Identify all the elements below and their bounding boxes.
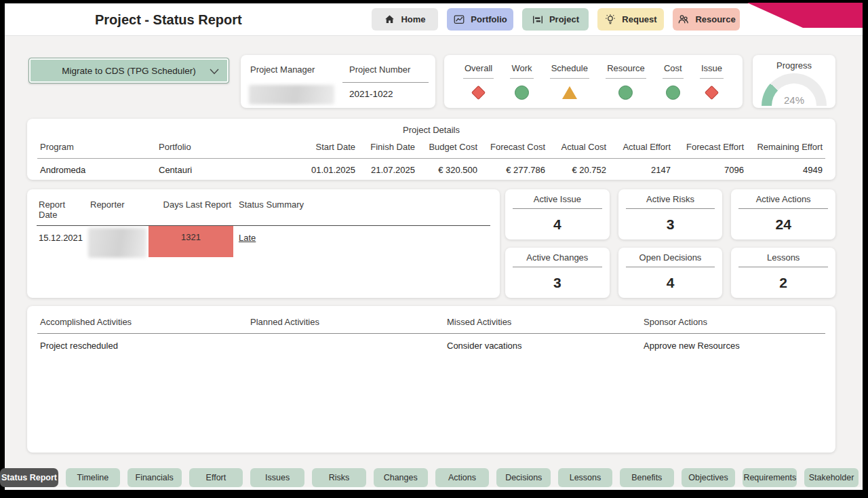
tab-stakeholder[interactable]: Stakeholder bbox=[804, 468, 859, 487]
resource-icon bbox=[677, 13, 690, 26]
bottom-strip bbox=[5, 487, 863, 490]
project-details-table: Program Portfolio Start Date Finish Date… bbox=[37, 135, 825, 181]
nav-project-button[interactable]: Project bbox=[522, 8, 589, 31]
status-circle-icon bbox=[515, 85, 529, 100]
nav-portfolio-label: Portfolio bbox=[471, 14, 507, 24]
cell-actual-cost: € 20.752 bbox=[548, 159, 609, 181]
cell-program: Andromeda bbox=[37, 159, 156, 181]
progress-percent-label: 24% bbox=[762, 94, 827, 106]
col-actual-cost: Actual Cost bbox=[548, 135, 609, 159]
kpi-open-decisions: Open Decisions 4 bbox=[618, 248, 723, 298]
project-selector-value: Migrate to CDS (TPG Scheduler) bbox=[62, 66, 195, 76]
tab-risks[interactable]: Risks bbox=[312, 468, 366, 487]
report-table-card: Report Date Reporter Days Last Report St… bbox=[27, 189, 500, 298]
tab-requirements[interactable]: Requirements bbox=[743, 468, 797, 487]
col-status-summary: Status Summary bbox=[233, 189, 490, 226]
cell-forecast-effort: 7096 bbox=[673, 159, 747, 181]
col-finish-date: Finish Date bbox=[358, 135, 418, 159]
col-remaining-effort: Remaining Effort bbox=[747, 135, 825, 159]
kpi-lessons-label: Lessons bbox=[738, 248, 828, 267]
activities-table: Accomplished Activities Planned Activiti… bbox=[37, 306, 825, 358]
project-number-label: Project Number bbox=[349, 64, 410, 75]
cell-days-last-report: 1321 bbox=[149, 226, 233, 257]
col-planned-activities: Planned Activities bbox=[248, 306, 444, 334]
progress-gauge: 24% bbox=[762, 73, 827, 106]
indicator-overall-label: Overall bbox=[463, 63, 494, 79]
kpi-active-issue-value: 4 bbox=[505, 216, 610, 233]
indicator-resource: Resource bbox=[606, 63, 646, 108]
project-details-card: Project Details Program Portfolio Start … bbox=[27, 119, 835, 180]
indicator-issue: Issue bbox=[700, 63, 724, 108]
col-accomplished-activities: Accomplished Activities bbox=[37, 306, 248, 334]
tab-objectives[interactable]: Objectives bbox=[682, 468, 736, 487]
cell-reporter bbox=[88, 226, 149, 257]
reporter-redacted-value bbox=[88, 228, 146, 258]
nav-request-label: Request bbox=[622, 14, 656, 24]
cell-sponsor-actions: Approve new Resources bbox=[641, 334, 825, 358]
kpi-grid: Active Issue 4 Active Risks 3 Active Act… bbox=[505, 189, 835, 298]
kpi-active-changes-value: 3 bbox=[505, 275, 610, 291]
days-last-report-alert: 1321 bbox=[149, 226, 233, 257]
col-program: Program bbox=[37, 135, 156, 159]
kpi-active-actions: Active Actions 24 bbox=[731, 189, 835, 240]
nav-request-button[interactable]: Request bbox=[597, 8, 664, 31]
tab-status-report[interactable]: Status Report bbox=[0, 468, 58, 487]
report-table: Report Date Reporter Days Last Report St… bbox=[37, 189, 490, 257]
col-forecast-cost: Forecast Cost bbox=[480, 135, 548, 159]
request-icon bbox=[604, 14, 616, 26]
tab-benefits[interactable]: Benefits bbox=[620, 468, 674, 487]
cell-report-date: 15.12.2021 bbox=[37, 226, 88, 250]
kpi-active-actions-value: 24 bbox=[731, 216, 835, 233]
nav-portfolio-button[interactable]: Portfolio bbox=[447, 8, 513, 31]
cell-finish-date: 21.07.2025 bbox=[358, 159, 418, 181]
indicator-issue-label: Issue bbox=[700, 63, 724, 79]
report-canvas: Project - Status Report Home Portfolio P… bbox=[5, 3, 863, 490]
col-budget-cost: Budget Cost bbox=[418, 135, 480, 159]
kpi-open-decisions-value: 4 bbox=[618, 275, 723, 291]
kpi-active-risks: Active Risks 3 bbox=[618, 189, 723, 240]
chevron-down-icon bbox=[210, 69, 219, 75]
tab-financials[interactable]: Financials bbox=[127, 468, 182, 487]
nav-resource-label: Resource bbox=[695, 14, 735, 24]
indicator-cost-label: Cost bbox=[663, 63, 684, 79]
col-days-last-report: Days Last Report bbox=[149, 189, 233, 226]
indicator-schedule: Schedule bbox=[550, 63, 589, 108]
project-manager-label: Project Manager bbox=[250, 64, 315, 75]
cell-portfolio: Centauri bbox=[156, 159, 302, 181]
kpi-active-actions-label: Active Actions bbox=[738, 189, 828, 209]
cell-accomplished-activities: Project rescheduled bbox=[37, 334, 248, 358]
table-row: 15.12.2021 bbox=[37, 226, 88, 257]
cell-planned-activities bbox=[248, 334, 444, 358]
nav-resource-button[interactable]: Resource bbox=[673, 8, 740, 31]
col-forecast-effort: Forecast Effort bbox=[673, 135, 747, 159]
project-details-title: Project Details bbox=[37, 119, 825, 135]
indicator-work: Work bbox=[510, 63, 533, 108]
col-report-date: Report Date bbox=[37, 189, 88, 226]
header-bar: Project - Status Report Home Portfolio P… bbox=[5, 3, 863, 36]
col-reporter: Reporter bbox=[88, 189, 149, 226]
tab-issues[interactable]: Issues bbox=[250, 468, 304, 487]
activities-card: Accomplished Activities Planned Activiti… bbox=[27, 306, 835, 453]
kpi-active-issue-label: Active Issue bbox=[513, 189, 602, 209]
tab-decisions[interactable]: Decisions bbox=[496, 468, 551, 487]
tab-lessons[interactable]: Lessons bbox=[558, 468, 612, 487]
kpi-active-risks-value: 3 bbox=[618, 216, 723, 233]
col-portfolio: Portfolio bbox=[156, 135, 302, 159]
tab-actions[interactable]: Actions bbox=[435, 468, 490, 487]
tab-effort[interactable]: Effort bbox=[189, 468, 243, 487]
progress-title: Progress bbox=[753, 60, 835, 71]
status-summary-link[interactable]: Late bbox=[239, 233, 256, 243]
kpi-active-risks-label: Active Risks bbox=[626, 189, 715, 209]
cell-remaining-effort: 4949 bbox=[747, 159, 825, 181]
project-icon bbox=[532, 14, 544, 26]
nav-home-button[interactable]: Home bbox=[372, 8, 438, 31]
project-selector-dropdown[interactable]: Migrate to CDS (TPG Scheduler) bbox=[28, 58, 229, 83]
cell-missed-activities: Consider vacations bbox=[444, 334, 641, 358]
status-circle-icon bbox=[618, 85, 633, 100]
tab-timeline[interactable]: Timeline bbox=[66, 468, 120, 487]
col-missed-activities: Missed Activities bbox=[444, 306, 641, 334]
status-report-page: Project - Status Report Home Portfolio P… bbox=[0, 0, 868, 498]
status-circle-icon bbox=[666, 85, 680, 100]
tab-changes[interactable]: Changes bbox=[374, 468, 428, 487]
home-icon bbox=[384, 14, 395, 25]
